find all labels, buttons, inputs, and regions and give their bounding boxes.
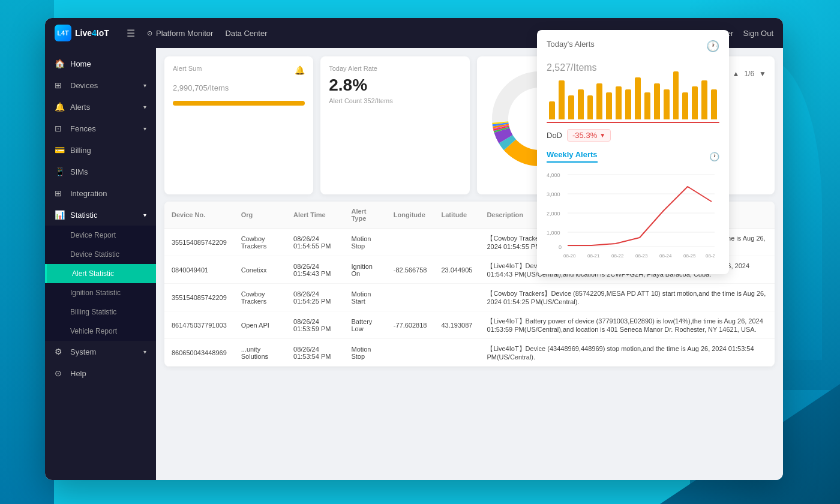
table-row[interactable]: 355154085742209Cowboy Trackers08/26/24 0… <box>164 284 775 311</box>
sidebar-item-statistic[interactable]: 📊 Statistic ▾ <box>45 204 156 226</box>
alert-sum-card: Alert Sum 🔔 2,990,705/Items <box>164 56 313 194</box>
sidebar-item-integration[interactable]: ⊞ Integration <box>45 182 156 204</box>
table-cell: 861475037791003 <box>164 311 234 339</box>
down-arrow-icon[interactable]: ▼ <box>759 70 766 78</box>
table-header-cell: Alert Type <box>344 202 386 229</box>
help-icon: ⊙ <box>55 368 64 378</box>
table-cell: 43.193087 <box>434 311 479 339</box>
svg-text:08-26: 08-26 <box>706 253 715 259</box>
table-cell <box>434 339 479 367</box>
table-cell: 355154085742209 <box>164 229 234 256</box>
sidebar-item-system[interactable]: ⚙ System ▾ <box>45 341 156 362</box>
svg-text:3,000: 3,000 <box>547 191 560 197</box>
bar <box>644 92 650 119</box>
table-cell: 08/26/24 01:54:43 PM <box>286 256 344 284</box>
bar <box>635 77 641 119</box>
statistic-icon: 📊 <box>55 210 64 220</box>
sidebar-billing-label: Billing <box>70 146 91 155</box>
table-cell: 860650043448969 <box>164 339 234 367</box>
chevron-down-icon-alerts: ▾ <box>143 104 146 110</box>
bar <box>549 101 555 119</box>
table-cell: 08/26/24 01:53:54 PM <box>286 339 344 367</box>
bell-icon: 🔔 <box>295 65 305 75</box>
up-arrow-icon[interactable]: ▲ <box>733 70 740 78</box>
sidebar-item-help[interactable]: ⊙ Help <box>45 362 156 384</box>
weekly-clock-icon: 🕐 <box>709 152 719 161</box>
bar <box>616 86 622 119</box>
sidebar-item-alert-statistic[interactable]: Alert Statistic <box>45 264 156 283</box>
logo: L4T Live4IoT <box>55 25 115 41</box>
today-alerts-popup: 🕐 Today's Alerts 2,527/Items DoD -35.3% … <box>537 30 729 274</box>
logo-text: Live4IoT <box>75 28 109 38</box>
dod-badge: -35.3% ▼ <box>567 129 611 142</box>
sidebar-item-billing-statistic[interactable]: Billing Statistic <box>45 302 156 322</box>
sidebar-item-device-report[interactable]: Device Report <box>45 226 156 245</box>
alert-sum-bar <box>173 101 305 106</box>
sidebar-item-sims[interactable]: 📱 SIMs <box>45 161 156 182</box>
sidebar-item-home[interactable]: 🏠 Home <box>45 53 156 74</box>
bar <box>673 71 679 119</box>
table-cell: Open API <box>234 311 286 339</box>
topbar-menu-icon[interactable]: ☰ <box>127 28 135 39</box>
weekly-tab[interactable]: Weekly Alerts <box>547 150 598 163</box>
sign-out-button[interactable]: Sign Out <box>743 29 773 38</box>
bar <box>692 86 698 119</box>
sidebar-sub-statistic: Device Report Device Statistic Alert Sta… <box>45 226 156 341</box>
table-cell: Conetixx <box>234 256 286 284</box>
table-cell: 0840049401 <box>164 256 234 284</box>
table-cell: 【Live4IoT】Device (43448969,448969) stop … <box>479 339 775 367</box>
fences-icon: ⊡ <box>55 124 64 133</box>
sidebar-item-vehicle-report[interactable]: Vehicle Report <box>45 322 156 341</box>
weekly-line-chart: 4,000 3,000 2,000 1,000 0 08-20 08-21 08… <box>547 169 719 265</box>
sidebar-system-label: System <box>70 347 96 356</box>
table-cell: 08/26/24 01:53:59 PM <box>286 311 344 339</box>
table-header-cell: Latitude <box>434 202 479 229</box>
table-cell: 【Live4IoT】Battery power of device (37791… <box>479 311 775 339</box>
sidebar-help-label: Help <box>70 369 86 378</box>
table-cell: Cowboy Trackers <box>234 284 286 311</box>
integration-icon: ⊞ <box>55 188 64 198</box>
home-icon: 🏠 <box>55 59 64 68</box>
today-alert-rate-label: Today Alert Rate <box>329 65 461 72</box>
bar <box>578 89 584 119</box>
svg-text:1,000: 1,000 <box>547 230 560 236</box>
table-cell: 【Cowboy Trackers】Device (85742209,MESA P… <box>479 284 775 311</box>
bar <box>701 80 707 119</box>
sidebar-item-fences[interactable]: ⊡ Fences ▾ <box>45 118 156 139</box>
table-cell <box>434 284 479 311</box>
sidebar-statistic-label: Statistic <box>70 211 98 220</box>
today-alerts-value: 2,527/Items <box>547 51 719 76</box>
table-header-cell: Device No. <box>164 202 234 229</box>
nav-data-center[interactable]: Data Center <box>225 29 267 38</box>
bar <box>587 95 593 119</box>
logo-icon: L4T <box>55 25 71 41</box>
table-cell: -77.602818 <box>386 311 434 339</box>
svg-text:08-25: 08-25 <box>683 253 696 259</box>
bar <box>654 83 660 119</box>
table-header-cell: Longitude <box>386 202 434 229</box>
sidebar-item-ignition-statistic[interactable]: Ignition Statistic <box>45 283 156 302</box>
svg-text:0: 0 <box>559 244 562 250</box>
sidebar-integration-label: Integration <box>70 189 107 198</box>
table-cell: Motion Start <box>344 284 386 311</box>
table-cell <box>386 284 434 311</box>
system-icon: ⚙ <box>55 347 64 356</box>
bar <box>568 95 574 119</box>
svg-text:08-24: 08-24 <box>659 253 672 259</box>
nav-platform-monitor[interactable]: ⊙ Platform Monitor <box>147 29 213 38</box>
svg-text:08-20: 08-20 <box>563 253 576 259</box>
sidebar-item-billing[interactable]: 💳 Billing <box>45 139 156 161</box>
table-row[interactable]: 860650043448969...unity Solutions08/26/2… <box>164 339 775 367</box>
sidebar-sims-label: SIMs <box>70 167 88 176</box>
pagination: ▲ 1/6 ▼ <box>733 70 766 78</box>
sidebar-item-device-statistic[interactable]: Device Statistic <box>45 245 156 264</box>
sidebar-item-devices[interactable]: ⊞ Devices ▾ <box>45 74 156 96</box>
bar <box>559 80 565 119</box>
sidebar-item-alerts[interactable]: 🔔 Alerts ▾ <box>45 96 156 118</box>
table-row[interactable]: 861475037791003Open API08/26/24 01:53:59… <box>164 311 775 339</box>
bar <box>664 89 670 119</box>
billing-icon: 💳 <box>55 145 64 155</box>
chevron-down-icon-fences: ▾ <box>143 125 146 132</box>
today-alert-rate-value: 2.8% <box>329 76 461 95</box>
chevron-down-icon-statistic: ▾ <box>143 212 146 218</box>
